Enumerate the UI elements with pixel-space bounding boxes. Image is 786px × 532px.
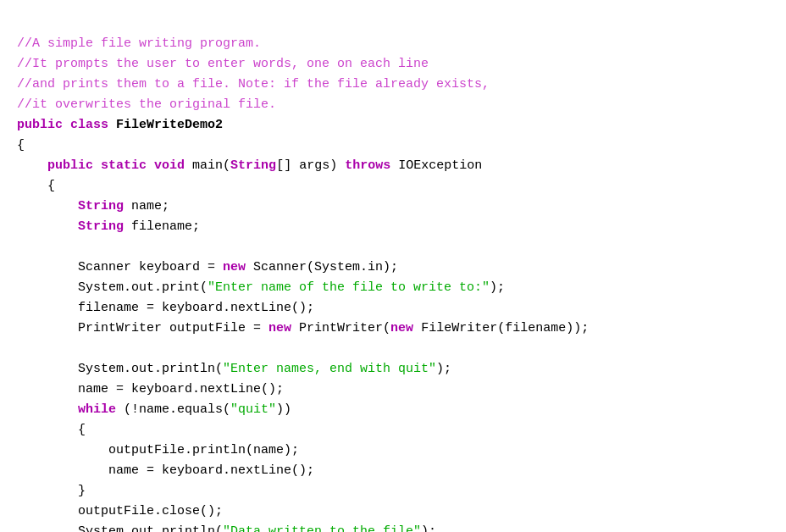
comment-line3: //and prints them to a file. Note: if th… — [17, 77, 490, 91]
code-container: //A simple file writing program. //It pr… — [0, 0, 786, 532]
keyword-string1: String — [230, 158, 276, 173]
keyword-void: void — [154, 158, 185, 173]
comment-line1: //A simple file writing program. — [17, 36, 261, 51]
keyword-string3: String — [78, 219, 124, 234]
keyword-new2: new — [268, 321, 291, 335]
string-data-written: "Data written to the file" — [223, 524, 421, 532]
keyword-public2: public — [47, 158, 93, 173]
class-name: FileWriteDemo2 — [116, 118, 223, 132]
string-enter-name: "Enter name of the file to write to:" — [208, 280, 490, 295]
keyword-throws: throws — [345, 158, 390, 173]
keyword-while: while — [78, 402, 116, 417]
keyword-public1: public — [17, 118, 63, 132]
string-quit: "quit" — [230, 402, 276, 417]
keyword-class: class — [70, 118, 108, 132]
comment-line4: //it overwrites the original file. — [17, 97, 276, 112]
keyword-static: static — [101, 158, 147, 173]
string-enter-names: "Enter names, end with quit" — [223, 362, 436, 376]
code-block: //A simple file writing program. //It pr… — [17, 14, 769, 532]
comment-line2: //It prompts the user to enter words, on… — [17, 57, 429, 71]
keyword-new1: new — [223, 260, 246, 274]
keyword-string2: String — [78, 199, 124, 213]
keyword-new3: new — [390, 321, 413, 335]
